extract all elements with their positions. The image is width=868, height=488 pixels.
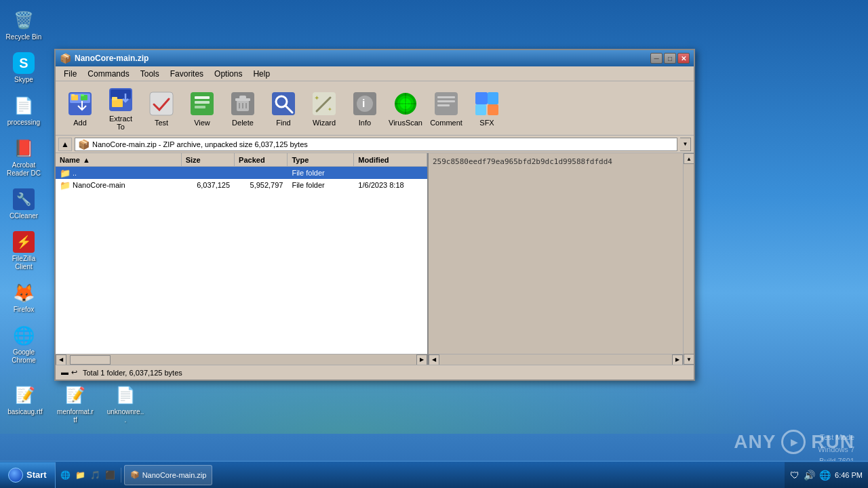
quicklaunch-ie[interactable]: 🌐 <box>58 468 73 483</box>
maximize-button[interactable]: □ <box>664 53 676 64</box>
toolbar-find-button[interactable]: Find <box>264 87 302 129</box>
scroll-up-arrow[interactable]: ▲ <box>684 153 694 164</box>
col-header-packed[interactable]: Packed <box>235 153 288 166</box>
menu-commands[interactable]: Commands <box>82 68 134 80</box>
toolbar-extract-button[interactable]: Extract To <box>102 83 140 134</box>
menu-favorites[interactable]: Favorites <box>165 68 209 80</box>
content-area: Name ▲ Size Packed Type Modified <box>56 153 694 365</box>
toolbar-info-button[interactable]: i Info <box>346 87 384 129</box>
svg-rect-42 <box>437 96 455 98</box>
tray-network-icon: 🌐 <box>819 470 831 481</box>
wizard-icon: ✦ ✦ <box>311 90 338 117</box>
table-row[interactable]: 📁 .. File folder <box>56 167 427 179</box>
basicaug-icon: 📝 <box>14 384 36 406</box>
processing-icon: 📄 <box>13 95 35 117</box>
svg-text:✦: ✦ <box>314 94 319 102</box>
scroll-track[interactable] <box>66 354 416 365</box>
scroll-thumb[interactable] <box>70 355 111 365</box>
preview-h-scrollbar[interactable]: ◀ ▶ <box>429 354 683 365</box>
firefox-icon: 🦊 <box>13 282 35 304</box>
toolbar-test-button[interactable]: Test <box>142 87 180 129</box>
file-cell-size <box>182 172 235 174</box>
close-button[interactable]: ✕ <box>677 53 690 64</box>
toolbar-delete-button[interactable]: Delete <box>224 87 262 129</box>
toolbar-sfx-button[interactable]: SFX <box>468 87 506 129</box>
address-dropdown[interactable]: ▼ <box>680 138 691 151</box>
desktop-icon-list: 🗑️ Recycle Bin S Skype 📄 processing 📕 Ac… <box>0 0 47 367</box>
desktop-icon-label: Acrobat Reader DC <box>5 161 43 178</box>
desktop-icon-basicaug[interactable]: 📝 basicaug.rtf <box>3 382 47 427</box>
tray-shield-icon: 🛡 <box>790 470 800 481</box>
menu-options[interactable]: Options <box>209 68 248 80</box>
winrar-window: 📦 NanoCore-main.zip ─ □ ✕ File Commands … <box>54 49 695 381</box>
quicklaunch-cmd[interactable]: ⬛ <box>103 468 118 483</box>
toolbar-add-button[interactable]: Add <box>61 87 99 129</box>
toolbar-virusscan-button[interactable]: VirusScan <box>387 87 425 129</box>
col-header-modified[interactable]: Modified <box>354 153 427 166</box>
svg-rect-16 <box>195 106 205 108</box>
preview-v-scrollbar[interactable]: ▲ ▼ <box>683 153 694 365</box>
desktop-icon-label: processing <box>7 119 40 127</box>
quicklaunch-media[interactable]: 🎵 <box>88 468 103 483</box>
preview-scroll-track[interactable] <box>439 354 672 365</box>
file-cell-packed: 5,952,797 <box>235 180 288 190</box>
file-list-h-scrollbar[interactable]: ◀ ▶ <box>56 354 427 365</box>
preview-pane: 259c8580eedf79ea965bfd2b9dc1d99588fdfdd4… <box>429 153 683 365</box>
svg-rect-41 <box>435 92 458 115</box>
v-scroll-track[interactable] <box>684 164 694 354</box>
back-button[interactable]: ▲ <box>58 138 72 151</box>
taskbar-item-winrar[interactable]: 📦 NanoCore-main.zip <box>124 465 213 485</box>
desktop-icon-filezilla[interactable]: ⚡ FileZilla Client <box>2 228 45 274</box>
preview-scroll-left[interactable]: ◀ <box>429 354 439 365</box>
table-row[interactable]: 📁 NanoCore-main 6,037,125 5,952,797 File… <box>56 179 427 191</box>
scroll-left-arrow[interactable]: ◀ <box>56 354 66 365</box>
file-cell-type: File folder <box>288 168 354 178</box>
desktop-bottom-icons: 📝 basicaug.rtf 📝 menformat.rtf 📄 unknown… <box>3 382 147 427</box>
menu-tools[interactable]: Tools <box>135 68 165 80</box>
chrome-icon: 🌐 <box>13 325 35 346</box>
start-button[interactable]: Start <box>0 462 56 488</box>
menu-file[interactable]: File <box>58 68 82 80</box>
col-header-name[interactable]: Name ▲ <box>56 153 182 166</box>
toolbar-view-button[interactable]: View <box>183 87 221 129</box>
menu-help[interactable]: Help <box>248 68 275 80</box>
toolbar-comment-button[interactable]: Comment <box>427 87 465 129</box>
svg-rect-20 <box>239 96 246 99</box>
desktop-icon-acrobat[interactable]: 📕 Acrobat Reader DC <box>2 135 45 180</box>
desktop-icon-chrome[interactable]: 🌐 Google Chrome <box>2 322 45 367</box>
taskbar-items: 📦 NanoCore-main.zip <box>121 465 785 485</box>
col-header-size[interactable]: Size <box>182 153 235 166</box>
desktop-icon-ccleaner[interactable]: 🔧 CCleaner <box>2 186 45 223</box>
scroll-right-arrow[interactable]: ▶ <box>416 354 427 365</box>
scroll-down-arrow[interactable]: ▼ <box>684 354 694 365</box>
taskbar: Start 🌐 📁 🎵 ⬛ 📦 NanoCore-main.zip 🛡 🔊 🌐 … <box>0 461 868 488</box>
minimize-button[interactable]: ─ <box>650 53 663 64</box>
desktop-icon-firefox[interactable]: 🦊 Firefox <box>2 279 45 317</box>
status-icon-2: ↩ <box>71 368 77 377</box>
file-cell-size: 6,037,125 <box>182 180 235 190</box>
col-header-type[interactable]: Type <box>288 153 354 166</box>
desktop-icon-label: FileZilla Client <box>5 255 43 271</box>
desktop-icon-menformat[interactable]: 📝 menformat.rtf <box>54 382 97 427</box>
address-field: 📦 NanoCore-main.zip - ZIP archive, unpac… <box>75 138 677 151</box>
svg-rect-47 <box>475 104 486 115</box>
menformat-icon: 📝 <box>64 384 86 406</box>
desktop-icon-processing[interactable]: 📄 processing <box>2 92 45 129</box>
quicklaunch-folder[interactable]: 📁 <box>73 468 88 483</box>
desktop-icon-recycle-bin[interactable]: 🗑️ Recycle Bin <box>2 7 45 44</box>
address-text: NanoCore-main.zip - ZIP archive, unpacke… <box>92 140 308 148</box>
preview-scroll-right[interactable]: ▶ <box>672 354 683 365</box>
desktop-icon-unknownre[interactable]: 📄 unknownre... <box>104 382 147 427</box>
toolbar-wizard-button[interactable]: ✦ ✦ Wizard <box>305 87 343 129</box>
file-cell-packed <box>235 172 288 174</box>
svg-rect-43 <box>437 100 455 102</box>
desktop-icon-label: Recycle Bin <box>6 33 42 41</box>
svg-rect-44 <box>437 104 450 106</box>
toolbar-wizard-label: Wizard <box>313 119 336 127</box>
anyrun-text-any: ANY <box>734 431 776 453</box>
acrobat-icon: 📕 <box>13 138 35 159</box>
desktop-icon-skype[interactable]: S Skype <box>2 49 45 87</box>
svg-rect-45 <box>475 92 488 104</box>
skype-icon: S <box>13 52 35 74</box>
svg-rect-46 <box>488 92 498 104</box>
